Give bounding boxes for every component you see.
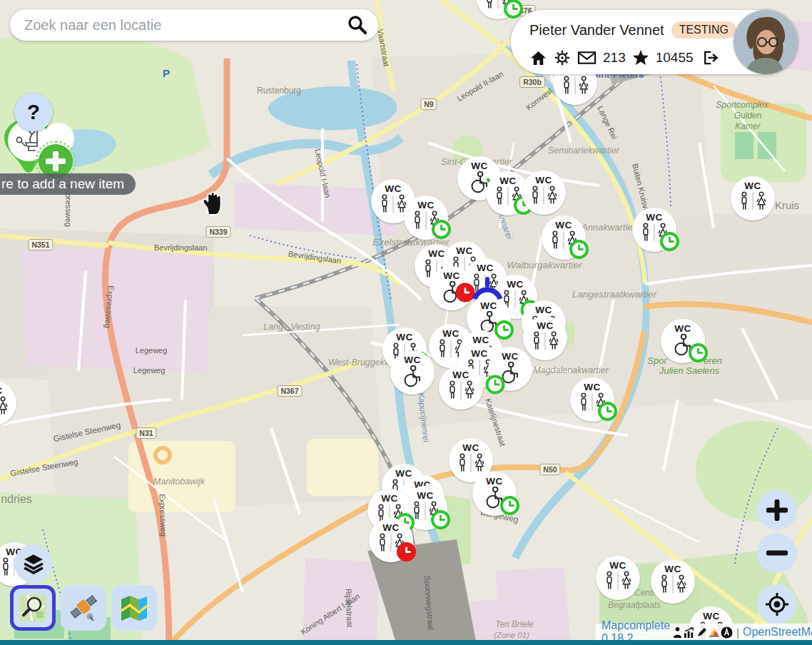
pencil-icon[interactable] — [696, 626, 708, 638]
help-label: ? — [27, 100, 40, 124]
map-marker-toilet[interactable]: WC — [570, 377, 614, 422]
style-osm-button[interactable] — [10, 585, 56, 631]
map-marker-toilet[interactable]: WC — [0, 381, 16, 425]
plus-zoom-icon — [766, 499, 788, 521]
star-icon — [632, 49, 649, 66]
opening-hours-badge — [494, 320, 514, 340]
location-search-bar[interactable] — [10, 9, 378, 41]
zoom-out-button[interactable] — [757, 533, 797, 573]
layers-button[interactable] — [14, 544, 53, 583]
map-marker-toilet[interactable]: WC — [651, 559, 695, 604]
opening-hours-badge — [431, 510, 450, 529]
marker-label: WC — [456, 246, 473, 256]
marker-label: WC — [555, 220, 572, 230]
marker-label: WC — [664, 564, 681, 574]
marker-label: WC — [382, 523, 400, 533]
marker-label: WC — [535, 305, 552, 315]
map-marker-toilet[interactable]: WC — [523, 316, 567, 360]
map-marker-toilet[interactable]: WC — [542, 215, 586, 260]
chart-icon[interactable] — [684, 626, 696, 639]
openstreetmap-link[interactable]: OpenStreetMap — [743, 626, 812, 639]
opening-hours-badge — [432, 220, 451, 239]
marker-label: WC — [471, 161, 488, 171]
map-marker-toilet-wheelchair[interactable]: WC — [390, 350, 435, 395]
attribution-icons — [672, 626, 733, 639]
opening-hours-badge — [504, 0, 523, 19]
blue-arc-marker[interactable] — [470, 276, 504, 305]
map-marker-toilet-wheelchair[interactable]: WC — [661, 319, 705, 363]
marker-label: WC — [404, 355, 421, 365]
marker-label: WC — [0, 386, 3, 396]
map-marker-toilet[interactable]: WC — [369, 518, 413, 562]
opening-hours-badge — [500, 496, 519, 515]
zoom-in-button[interactable] — [757, 490, 797, 530]
style-paper-map-button[interactable] — [111, 585, 157, 631]
map-marker-toilet[interactable]: WC — [596, 556, 640, 600]
marker-label: WC — [703, 611, 720, 621]
opening-hours-badge — [569, 240, 589, 259]
opening-hours-badge — [598, 402, 617, 421]
clock-hands-icon — [693, 347, 704, 358]
logout-icon[interactable] — [700, 49, 719, 67]
clock-hands-icon — [574, 244, 584, 255]
marker-label: WC — [486, 477, 503, 487]
clock-hands-icon — [504, 500, 515, 511]
help-button[interactable]: ? — [14, 93, 53, 131]
folded-map-icon — [118, 594, 150, 622]
marker-label: WC — [385, 184, 402, 194]
marker-label: WC — [452, 370, 470, 380]
home-icon[interactable] — [529, 49, 547, 67]
testing-badge: TESTING — [671, 21, 736, 39]
marker-label: WC — [674, 324, 691, 334]
map-marker-toilet[interactable]: WC — [404, 195, 448, 240]
marker-label: WC — [417, 200, 435, 210]
opening-hours-badge — [660, 232, 679, 251]
marker-label: WC — [477, 263, 494, 273]
marker-label: WC — [417, 491, 434, 501]
marker-label: WC — [744, 181, 761, 191]
crosshair-icon — [765, 592, 789, 616]
bottom-accent-bar — [0, 640, 812, 645]
clock-hands-icon — [664, 236, 675, 247]
attribution-separator: | — [736, 626, 739, 639]
marker-label: WC — [584, 382, 601, 392]
marker-label: WC — [502, 352, 519, 362]
user-panel[interactable]: Pieter Vander Vennet TESTING 213 — [511, 10, 798, 74]
minus-zoom-icon — [766, 542, 788, 564]
attribution-bar: Mapcomplete 0.18.2 | O — [596, 624, 812, 641]
layers-colored-icon[interactable] — [709, 626, 720, 638]
search-icon[interactable] — [347, 14, 368, 36]
geolocate-button[interactable] — [757, 584, 797, 624]
map-marker-toilet[interactable]: WC — [476, 0, 520, 19]
search-input[interactable] — [23, 16, 347, 34]
hand-cursor-icon — [201, 190, 223, 218]
mail-icon[interactable] — [577, 50, 597, 66]
map-marker-toilet-wheelchair[interactable]: WC — [472, 472, 517, 516]
style-satellite-button[interactable] — [61, 585, 106, 631]
marker-label: WC — [609, 561, 626, 571]
clock-hands-icon — [508, 4, 519, 14]
marker-label: WC — [471, 349, 488, 359]
community-icon[interactable] — [721, 626, 733, 639]
opening-hours-badge — [689, 343, 708, 362]
marker-label: WC — [499, 176, 517, 186]
marker-label: WC — [443, 271, 460, 281]
message-count: 213 — [603, 50, 626, 66]
clock-hands-icon — [436, 224, 447, 235]
osm-map-magnifier-icon — [18, 593, 48, 623]
user-stats-icon[interactable] — [672, 626, 683, 639]
clock-hands-icon — [602, 406, 613, 417]
user-avatar[interactable] — [734, 10, 798, 74]
marker-label: WC — [507, 280, 524, 290]
map-marker-toilet[interactable]: WC — [522, 171, 566, 215]
map-marker-toilet[interactable]: WC — [731, 176, 775, 220]
map-marker-toilet[interactable]: WC — [439, 365, 483, 410]
add-item-tooltip: re to add a new item — [0, 173, 136, 195]
gear-icon[interactable] — [554, 49, 571, 66]
map-marker-toilet[interactable]: WC — [632, 208, 676, 252]
clock-hands-icon — [435, 514, 446, 525]
map-markers-layer: WC WCWC WC WCWCWC WCWC WC WCWCWCWC WCWC … — [0, 0, 812, 645]
clock-hands-icon — [460, 288, 471, 298]
marker-label: WC — [535, 176, 552, 186]
plus-icon — [46, 151, 66, 171]
